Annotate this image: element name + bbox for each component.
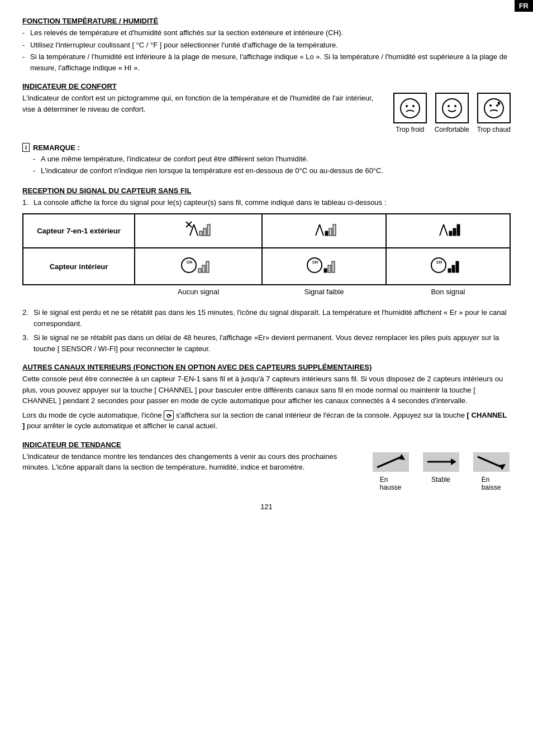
bullet-3: Si la température / l'humidité est infér…: [22, 51, 511, 73]
trend-row: L'indicateur de tendance montre les tend…: [22, 451, 511, 491]
svg-rect-21: [333, 224, 336, 236]
signal-note-3: Si le signal ne se rétablit pas dans un …: [22, 332, 511, 354]
trend-falling-icon: [472, 451, 511, 473]
outdoor-weak-signal-cell: [262, 214, 386, 248]
svg-rect-24: [449, 231, 452, 236]
too-cold-icon-box: [393, 93, 427, 123]
section-signal-title: RECEPTION DU SIGNAL DU CAPTEUR SANS FIL: [22, 186, 511, 195]
section-autres-para1: Cette console peut être connectée à un c…: [22, 374, 511, 406]
svg-point-7: [489, 104, 492, 107]
remarque-bullet-1: A une même température, l'indicateur de …: [33, 154, 383, 165]
indoor-good-signal-cell: CH: [386, 248, 510, 285]
section-signal: RECEPTION DU SIGNAL DU CAPTEUR SANS FIL …: [22, 186, 511, 355]
too-cold-label: Trop froid: [396, 126, 424, 133]
comfort-text: L'indicateur de confort est un pictogram…: [22, 93, 382, 114]
svg-rect-41: [456, 261, 459, 272]
signal-intro-item: La console affiche la force du signal po…: [22, 197, 511, 208]
too-hot-icon-box: [477, 93, 511, 123]
temperature-bullets: Les relevés de température et d'humidité…: [22, 27, 511, 73]
fr-badge: FR: [515, 0, 533, 12]
trend-icons: Enhausse Stable: [371, 451, 511, 491]
svg-rect-14: [207, 224, 210, 236]
comfortable-label: Confortable: [435, 126, 469, 133]
falling-arrow-icon: [473, 452, 510, 472]
comfortable-icon-box: [435, 93, 469, 123]
signal-note-2: Si le signal est perdu et ne se rétablit…: [22, 307, 511, 329]
trend-rising-icon: [371, 451, 410, 473]
signal-row-outdoor: Capteur 7-en-1 extérieur: [23, 214, 510, 248]
signal-notes-list: Si le signal est perdu et ne se rétablit…: [22, 307, 511, 354]
svg-line-17: [316, 224, 320, 236]
bullet-2: Utilisez l'interrupteur coulissant [ °C …: [22, 40, 511, 51]
remarque-label: REMARQUE :: [33, 143, 80, 152]
svg-rect-31: [206, 261, 209, 272]
outdoor-no-signal-icon: [182, 219, 215, 241]
remarque-block: i REMARQUE : A une même température, l'i…: [22, 142, 511, 178]
signal-label-row: Aucun signal Signal faible Bon signal: [23, 285, 510, 300]
svg-point-1: [406, 105, 408, 107]
signal-row-indoor: Capteur intérieur CH CH: [23, 248, 510, 285]
section-confort: INDICATEUR DE CONFORT L'indicateur de co…: [22, 82, 511, 133]
signal-label-none: Aucun signal: [135, 285, 262, 300]
signal-label-good: Bon signal: [386, 285, 510, 300]
svg-text:CH: CH: [187, 260, 192, 264]
too-hot-label: Trop chaud: [477, 126, 511, 133]
trend-falling: Enbaisse: [472, 451, 511, 491]
trend-rising: Enhausse: [371, 451, 410, 491]
section-autres-para2: Lors du mode de cycle automatique, l'icô…: [22, 410, 511, 432]
svg-rect-34: [324, 269, 327, 272]
svg-point-8: [496, 104, 498, 107]
too-hot-face-icon: [483, 98, 505, 119]
indoor-weak-signal-icon: CH: [304, 253, 344, 278]
svg-point-0: [401, 99, 420, 118]
svg-rect-36: [332, 261, 335, 272]
trend-falling-label: Enbaisse: [482, 476, 501, 491]
section-remarque: i REMARQUE : A une même température, l'i…: [22, 142, 511, 178]
outdoor-weak-signal-icon: [307, 219, 341, 241]
svg-line-23: [444, 224, 448, 236]
svg-rect-20: [329, 228, 332, 236]
svg-point-4: [448, 105, 450, 107]
outdoor-good-signal-cell: [386, 214, 510, 248]
svg-line-18: [320, 224, 323, 236]
section-autres-para2-text1: Lors du mode de cycle automatique, l'icô…: [22, 411, 164, 419]
outdoor-no-signal-cell: [135, 214, 262, 248]
svg-point-3: [442, 99, 461, 118]
svg-rect-40: [452, 265, 455, 272]
svg-rect-39: [448, 269, 451, 272]
comfortable-face-icon: [441, 98, 463, 119]
channel-auto-icon: ⟳: [164, 410, 174, 420]
stable-arrow-icon: [423, 452, 459, 472]
remarque-bullet-2: L'indicateur de confort n'indique rien l…: [33, 165, 383, 176]
signal-label-weak: Signal faible: [262, 285, 386, 300]
remarque-bullets: A une même température, l'indicateur de …: [33, 154, 383, 176]
section-autres-title: AUTRES CANAUX INTERIEURS (FONCTION EN OP…: [22, 363, 511, 371]
comfort-too-hot: Trop chaud: [477, 93, 511, 133]
signal-intro-list: La console affiche la force du signal po…: [22, 197, 511, 208]
signal-table: Capteur 7-en-1 extérieur: [22, 213, 511, 300]
section-temperature-title: FONCTION TEMPÉRATURE / HUMIDITÉ: [22, 17, 511, 25]
svg-point-2: [412, 105, 415, 107]
page-number: 121: [22, 503, 511, 511]
svg-line-11: [194, 224, 198, 236]
trend-rising-label: Enhausse: [380, 476, 402, 491]
indoor-good-signal-icon: CH: [429, 253, 468, 278]
section-temperature: FONCTION TEMPÉRATURE / HUMIDITÉ Les rele…: [22, 17, 511, 73]
svg-line-22: [440, 224, 444, 236]
svg-text:CH: CH: [312, 260, 318, 264]
section-tendance-title: INDICATEUR DE TENDANCE: [22, 441, 511, 449]
svg-rect-25: [453, 228, 456, 236]
outdoor-good-signal-icon: [431, 219, 465, 241]
svg-rect-29: [198, 269, 201, 272]
trend-text: L'indicateur de tendance montre les tend…: [22, 451, 360, 473]
svg-text:CH: CH: [436, 260, 442, 264]
indoor-weak-signal-cell: CH: [262, 248, 386, 285]
too-cold-face-icon: [399, 98, 421, 119]
trend-stable-icon: [421, 451, 460, 473]
bullet-1: Les relevés de température et d'humidité…: [22, 27, 511, 39]
comfort-row: L'indicateur de confort est un pictogram…: [22, 93, 511, 133]
remarque-icon: i: [22, 143, 30, 152]
svg-rect-19: [325, 231, 328, 236]
signal-empty-cell: [23, 285, 135, 300]
outdoor-label: Capteur 7-en-1 extérieur: [23, 214, 135, 248]
